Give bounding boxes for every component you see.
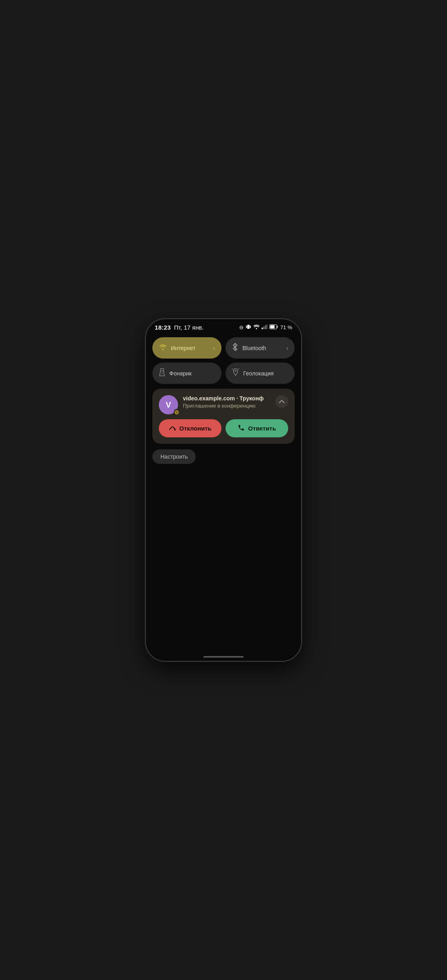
home-indicator[interactable] <box>203 656 244 658</box>
notification-area: V ⚙ video.example.com · Труконф Приглаше… <box>146 389 301 444</box>
svg-point-10 <box>162 349 164 350</box>
svg-rect-9 <box>270 325 275 328</box>
tile-location-label: Геолокация <box>243 370 288 377</box>
flashlight-icon <box>159 368 165 378</box>
answer-button[interactable]: Ответить <box>226 419 288 437</box>
svg-rect-2 <box>250 326 251 328</box>
tile-bluetooth[interactable]: Bluetooth › <box>226 337 295 359</box>
bluetooth-chevron-icon: › <box>286 345 288 351</box>
tile-location[interactable]: Геолокация <box>226 363 295 384</box>
svg-rect-4 <box>262 328 263 329</box>
settings-button-label: Настроить <box>160 453 188 460</box>
notification-separator: · <box>235 395 240 402</box>
wifi-icon <box>159 344 167 352</box>
notification-card: V ⚙ video.example.com · Труконф Приглаше… <box>152 389 295 444</box>
answer-icon <box>238 424 245 433</box>
decline-label: Отклонить <box>179 425 211 432</box>
expand-button[interactable] <box>275 395 288 408</box>
avatar-badge-icon: ⚙ <box>174 409 180 416</box>
notification-title: video.example.com · Труконф <box>183 395 271 402</box>
svg-line-14 <box>238 369 239 369</box>
svg-rect-0 <box>247 325 250 329</box>
phone-screen: 18:23 Пт, 17 янв. ⊖ <box>146 319 301 661</box>
battery-icon <box>269 324 278 330</box>
settings-area: Настроить <box>146 444 301 469</box>
svg-rect-6 <box>265 325 266 329</box>
internet-chevron-icon: › <box>213 345 215 351</box>
answer-label: Ответить <box>248 425 276 432</box>
signal-icon <box>262 324 267 330</box>
location-icon <box>232 368 239 378</box>
vibrate-icon <box>246 324 251 331</box>
status-time: 18:23 <box>155 324 171 331</box>
svg-point-15 <box>235 370 236 372</box>
wifi-status-icon <box>253 324 260 330</box>
bluetooth-icon <box>232 343 238 353</box>
status-right: ⊖ <box>239 324 292 331</box>
status-left: 18:23 Пт, 17 янв. <box>155 324 204 331</box>
avatar-letter: V <box>166 400 171 410</box>
notification-content: video.example.com · Труконф Приглашение … <box>183 395 271 409</box>
tile-internet[interactable]: Интернет › <box>152 337 221 359</box>
tile-internet-label: Интернет <box>171 345 209 351</box>
svg-line-13 <box>232 369 233 369</box>
notification-header: V ⚙ video.example.com · Труконф Приглаше… <box>159 395 288 414</box>
svg-rect-7 <box>267 324 267 329</box>
svg-rect-1 <box>246 326 247 328</box>
settings-button[interactable]: Настроить <box>152 449 196 464</box>
battery-percent: 71 % <box>280 324 292 330</box>
status-date: Пт, 17 янв. <box>174 324 204 331</box>
svg-rect-11 <box>160 369 164 371</box>
phone-frame: 18:23 Пт, 17 янв. ⊖ <box>145 318 302 662</box>
avatar: V ⚙ <box>159 395 178 414</box>
notification-app-name: video.example.com <box>183 395 235 402</box>
svg-point-3 <box>256 328 257 329</box>
tile-flashlight-label: Фонарик <box>169 370 215 377</box>
tile-flashlight[interactable]: Фонарик <box>152 363 221 384</box>
notification-body: Приглашение в конференцию <box>183 403 271 409</box>
notification-source: Труконф <box>240 395 264 402</box>
tile-bluetooth-label: Bluetooth <box>242 345 282 351</box>
quick-tiles: Интернет › Bluetooth › <box>146 334 301 389</box>
key-icon: ⊖ <box>239 324 244 330</box>
decline-icon <box>169 425 176 432</box>
status-bar: 18:23 Пт, 17 янв. ⊖ <box>146 319 301 334</box>
notification-actions: Отклонить Ответить <box>159 419 288 437</box>
svg-rect-5 <box>263 326 265 329</box>
decline-button[interactable]: Отклонить <box>159 419 221 437</box>
